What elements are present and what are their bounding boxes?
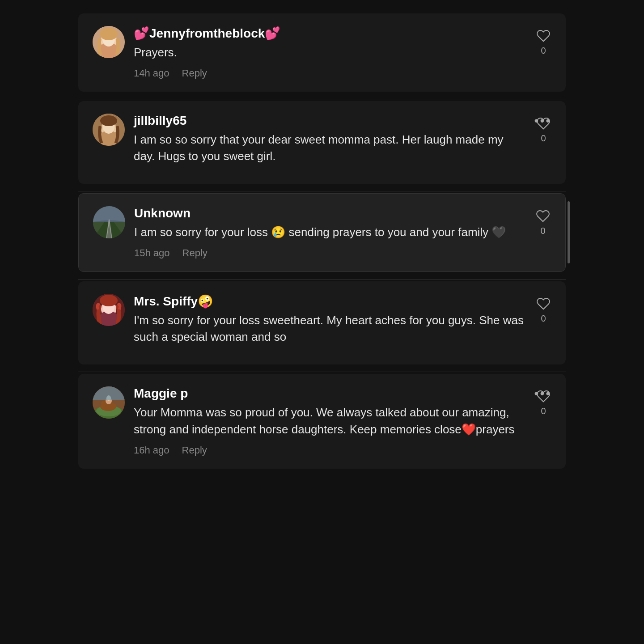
comment-text-jillbilly: I am so so sorry that your dear sweet mo…	[134, 131, 526, 165]
avatar-unknown	[93, 206, 125, 238]
comment-mrsspiffy: Mrs. Spiffy🤪 I'm so sorry for your loss …	[78, 281, 566, 364]
username-maggiep: Maggie p	[134, 386, 188, 401]
comment-content-jillbilly: jillbilly65 I am so so sorry that your d…	[134, 114, 526, 171]
comment-text-maggiep: Your Momma was so proud of you. We alway…	[134, 404, 526, 438]
svg-point-17	[100, 295, 118, 306]
avatar-maggiep	[93, 386, 125, 419]
svg-point-9	[100, 115, 117, 126]
like-section-mrsspiffy: 0	[535, 294, 551, 324]
svg-rect-26	[93, 386, 125, 400]
comments-feed: 💕Jennyfromtheblock💕 Prayers. 14h ago Rep…	[78, 13, 566, 474]
heart-icon-mrsspiffy[interactable]	[535, 296, 551, 312]
like-count-jillbilly: 0	[541, 133, 546, 144]
comment-content-jenny: 💕Jennyfromtheblock💕 Prayers. 14h ago Rep…	[134, 26, 526, 79]
reply-button-unknown[interactable]: Reply	[182, 247, 208, 259]
comment-maggiep: •••	[78, 374, 566, 468]
timestamp-jenny: 14h ago	[134, 68, 169, 79]
timestamp-unknown: 15h ago	[134, 247, 170, 259]
comment-content-unknown: Unknown I am so sorry for your loss 😢 se…	[134, 206, 526, 259]
comment-unknown: Unknown I am so sorry for your loss 😢 se…	[78, 193, 566, 272]
like-count-maggiep: 0	[541, 406, 546, 416]
avatar-mrsspiffy	[93, 294, 125, 326]
more-button-jillbilly[interactable]: •••	[534, 114, 551, 128]
heart-icon-jenny[interactable]	[535, 28, 551, 44]
comment-content-mrsspiffy: Mrs. Spiffy🤪 I'm so sorry for your loss …	[134, 294, 526, 352]
username-jenny: 💕Jennyfromtheblock💕	[134, 26, 280, 41]
like-count-jenny: 0	[541, 46, 546, 56]
reply-button-maggiep[interactable]: Reply	[182, 445, 207, 456]
reply-button-jenny[interactable]: Reply	[182, 68, 207, 79]
heart-icon-unknown[interactable]	[535, 208, 551, 224]
avatar-jenny	[93, 26, 125, 58]
more-button-maggiep[interactable]: •••	[534, 386, 551, 401]
comment-jillbilly: ••• jillbilly65 I am so so sorry that yo…	[78, 101, 566, 184]
comment-content-maggiep: Maggie p Your Momma was so proud of you.…	[134, 386, 526, 456]
comment-jenny: 💕Jennyfromtheblock💕 Prayers. 14h ago Rep…	[78, 13, 566, 92]
scrollbar-indicator	[568, 201, 570, 263]
comment-text-mrsspiffy: I'm so sorry for your loss sweetheart. M…	[134, 312, 526, 346]
comment-text-unknown: I am so sorry for your loss 😢 sending pr…	[134, 224, 526, 241]
username-unknown: Unknown	[134, 206, 191, 220]
username-mrsspiffy: Mrs. Spiffy🤪	[134, 294, 213, 309]
like-count-unknown: 0	[540, 226, 545, 236]
username-jillbilly: jillbilly65	[134, 114, 186, 128]
avatar-jillbilly	[93, 114, 125, 146]
svg-point-4	[100, 28, 118, 40]
like-count-mrsspiffy: 0	[541, 314, 546, 324]
like-section-jenny: 0	[535, 26, 551, 56]
comment-text-jenny: Prayers.	[134, 44, 526, 61]
like-section-unknown: 0	[535, 206, 551, 236]
svg-rect-12	[93, 206, 125, 222]
timestamp-maggiep: 16h ago	[134, 445, 169, 456]
